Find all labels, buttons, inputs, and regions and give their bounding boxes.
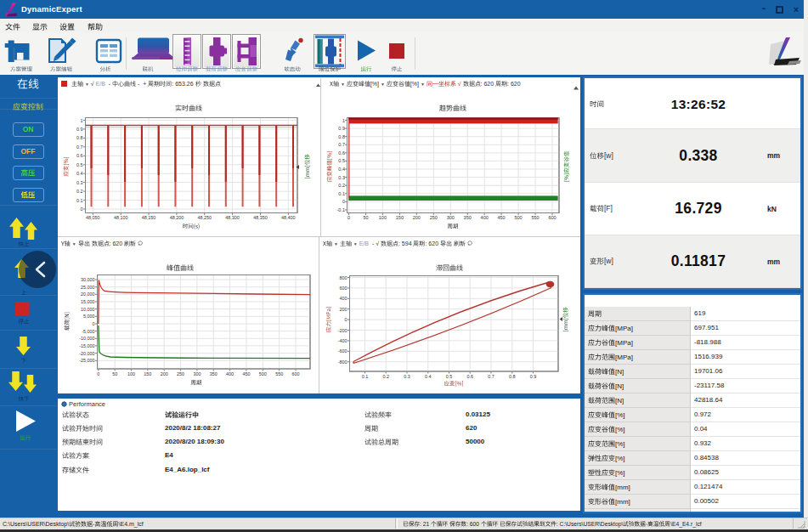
svg-text:550: 550 bbox=[532, 215, 540, 220]
svg-text:350: 350 bbox=[210, 371, 218, 376]
svg-text:0.1: 0.1 bbox=[76, 198, 83, 203]
svg-text:0.7: 0.7 bbox=[338, 142, 345, 147]
svg-text:0.9: 0.9 bbox=[530, 374, 537, 379]
svg-text:48,250: 48,250 bbox=[197, 215, 212, 220]
svg-text:48,400: 48,400 bbox=[281, 215, 296, 220]
svg-text:0.4: 0.4 bbox=[425, 374, 432, 379]
svg-text:50: 50 bbox=[112, 371, 117, 376]
svg-text:0.5: 0.5 bbox=[76, 162, 83, 167]
svg-text:400: 400 bbox=[340, 296, 347, 301]
svg-text:-10,000: -10,000 bbox=[79, 336, 94, 341]
svg-text:400: 400 bbox=[226, 371, 234, 376]
svg-text:200: 200 bbox=[161, 371, 168, 376]
svg-text:250: 250 bbox=[430, 215, 438, 220]
svg-text:500: 500 bbox=[259, 371, 267, 376]
svg-text:48,150: 48,150 bbox=[142, 215, 156, 220]
svg-text:-600: -600 bbox=[338, 348, 347, 354]
svg-text:0.1: 0.1 bbox=[362, 374, 369, 379]
svg-text:300: 300 bbox=[193, 371, 201, 376]
svg-text:450: 450 bbox=[498, 215, 506, 220]
svg-text:-5,000: -5,000 bbox=[82, 329, 94, 334]
svg-text:0.7: 0.7 bbox=[76, 144, 83, 150]
svg-text:100: 100 bbox=[127, 371, 135, 376]
svg-text:400: 400 bbox=[481, 215, 489, 220]
svg-text:1: 1 bbox=[81, 118, 83, 123]
svg-text:0.7: 0.7 bbox=[488, 374, 494, 379]
svg-text:300: 300 bbox=[447, 215, 455, 220]
svg-text:-25,000: -25,000 bbox=[79, 358, 94, 363]
svg-text:0.2: 0.2 bbox=[338, 183, 345, 188]
svg-text:550: 550 bbox=[275, 371, 283, 376]
svg-text:0.2: 0.2 bbox=[382, 374, 389, 379]
svg-text:15,000: 15,000 bbox=[81, 299, 95, 304]
svg-text:250: 250 bbox=[177, 371, 184, 376]
svg-text:0: 0 bbox=[345, 317, 347, 322]
svg-text:0.8: 0.8 bbox=[338, 134, 345, 139]
svg-text:0.3: 0.3 bbox=[404, 374, 410, 379]
svg-text:5,000: 5,000 bbox=[83, 314, 95, 319]
svg-text:-20,000: -20,000 bbox=[79, 351, 94, 356]
svg-text:200: 200 bbox=[340, 307, 347, 312]
svg-text:0: 0 bbox=[342, 199, 345, 204]
svg-text:0.6: 0.6 bbox=[76, 153, 83, 158]
svg-text:0.9: 0.9 bbox=[338, 126, 345, 131]
svg-text:0.5: 0.5 bbox=[446, 374, 453, 379]
svg-text:0: 0 bbox=[347, 215, 350, 220]
svg-text:0.8: 0.8 bbox=[509, 374, 516, 379]
svg-text:0.6: 0.6 bbox=[338, 150, 345, 156]
svg-text:-400: -400 bbox=[338, 338, 347, 343]
svg-text:150: 150 bbox=[144, 371, 151, 376]
svg-text:-0.1: -0.1 bbox=[337, 207, 345, 212]
svg-text:10,000: 10,000 bbox=[81, 307, 95, 312]
svg-text:-800: -800 bbox=[338, 359, 347, 365]
svg-text:48,050: 48,050 bbox=[86, 215, 100, 220]
svg-text:0.5: 0.5 bbox=[338, 158, 345, 163]
svg-text:0: 0 bbox=[97, 371, 99, 376]
svg-text:-15,000: -15,000 bbox=[79, 343, 94, 348]
svg-text:0.8: 0.8 bbox=[76, 135, 83, 140]
svg-text:150: 150 bbox=[396, 215, 404, 220]
svg-text:450: 450 bbox=[242, 371, 250, 376]
svg-text:500: 500 bbox=[515, 215, 523, 220]
svg-text:600: 600 bbox=[548, 215, 556, 220]
svg-text:0.9: 0.9 bbox=[76, 127, 83, 132]
svg-text:100: 100 bbox=[379, 215, 387, 220]
svg-text:600: 600 bbox=[292, 371, 300, 376]
svg-text:0: 0 bbox=[93, 321, 95, 326]
svg-text:600: 600 bbox=[340, 286, 347, 291]
svg-text:0.1: 0.1 bbox=[338, 191, 345, 196]
svg-text:0.4: 0.4 bbox=[338, 167, 345, 172]
svg-text:0.2: 0.2 bbox=[76, 189, 83, 194]
svg-text:48,100: 48,100 bbox=[114, 215, 128, 220]
svg-text:0.6: 0.6 bbox=[466, 374, 473, 379]
svg-text:50: 50 bbox=[363, 215, 368, 220]
svg-text:0.3: 0.3 bbox=[338, 175, 345, 180]
svg-text:0: 0 bbox=[81, 207, 83, 212]
svg-text:0.3: 0.3 bbox=[76, 180, 83, 185]
svg-text:30,000: 30,000 bbox=[81, 277, 95, 282]
svg-text:25,000: 25,000 bbox=[81, 285, 95, 290]
svg-text:48,300: 48,300 bbox=[225, 215, 240, 220]
svg-text:0.4: 0.4 bbox=[76, 171, 83, 176]
svg-text:48,350: 48,350 bbox=[253, 215, 268, 220]
svg-text:200: 200 bbox=[413, 215, 421, 220]
svg-text:350: 350 bbox=[464, 215, 472, 220]
svg-text:800: 800 bbox=[340, 275, 347, 280]
svg-text:-200: -200 bbox=[338, 328, 347, 333]
svg-text:20,000: 20,000 bbox=[81, 291, 95, 297]
svg-text:48,200: 48,200 bbox=[170, 215, 184, 220]
svg-text:1: 1 bbox=[342, 118, 345, 123]
